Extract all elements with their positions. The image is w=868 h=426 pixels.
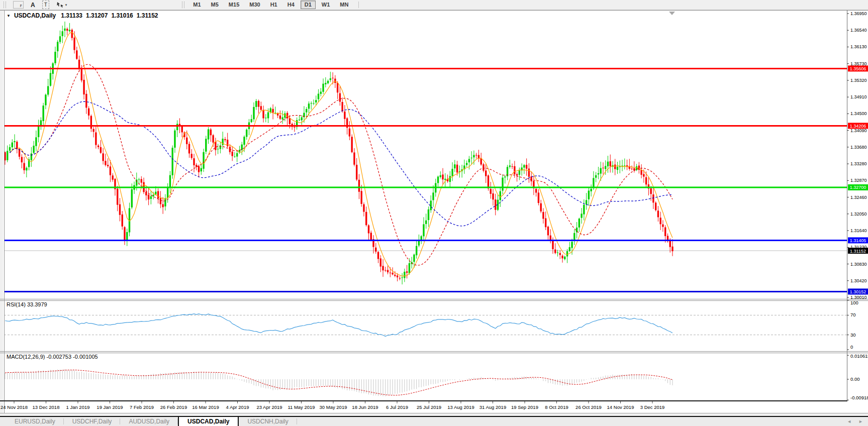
date-axis-label: 14 Nov 2019 — [607, 404, 634, 410]
timeframe-button-d1[interactable]: D1 — [301, 1, 316, 9]
date-axis-label: 19 Sep 2019 — [511, 404, 538, 410]
price-axis-tick: 1.35730 — [850, 61, 867, 66]
ohlc-high: 1.31207 — [86, 12, 108, 19]
date-axis-label: 24 Nov 2018 — [1, 404, 28, 410]
text-label-a-icon[interactable]: A — [31, 1, 35, 9]
cursor-arrows-icon — [56, 2, 64, 8]
timeframe-toolbar: M1M5M15M30H1H4D1W1MN — [188, 1, 353, 9]
timeframe-button-m15[interactable]: M15 — [225, 1, 243, 9]
arrow-objects-icon[interactable]: ▾ — [56, 1, 67, 9]
timeframe-button-mn[interactable]: MN — [336, 1, 352, 9]
price-axis-tick: 1.36950 — [850, 11, 867, 16]
tab-usdchf-daily[interactable]: USDCHF,Daily — [64, 417, 121, 426]
price-chart-canvas[interactable]: 1.369501.365401.361301.357301.353201.349… — [0, 0, 868, 426]
date-axis-label: 4 Apr 2019 — [226, 404, 249, 410]
date-axis-label: 30 May 2019 — [320, 404, 347, 410]
macd-axis-tick: 0.010615 — [850, 353, 868, 359]
price-axis-tick: 1.32460 — [850, 195, 867, 200]
date-axis-label: 13 Aug 2019 — [447, 404, 474, 410]
tab-scroll-right-icon[interactable]: ► — [858, 419, 863, 424]
price-axis-tick: 1.32050 — [850, 211, 867, 217]
date-axis-label: 7 Feb 2019 — [130, 404, 154, 410]
price-level-label: 1.31405 — [850, 238, 866, 243]
tab-usdcnh-daily[interactable]: USDCNH,Daily — [239, 417, 297, 426]
toolbar-separator — [358, 2, 359, 8]
toolbar-grip[interactable] — [4, 2, 6, 8]
date-axis-label: 11 May 2019 — [287, 404, 315, 410]
date-axis-label: 3 Dec 2019 — [640, 404, 665, 410]
price-level-label: 1.32700 — [850, 185, 866, 190]
ohlc-open: 1.31133 — [61, 12, 82, 19]
textbox-t-icon[interactable]: T — [42, 1, 49, 9]
tab-audusd-daily[interactable]: AUDUSD,Daily — [120, 417, 178, 426]
current-price-label: 1.31152 — [850, 249, 866, 254]
macd-label: MACD(12,26,9) -0.002753 -0.001005 — [7, 354, 98, 360]
date-axis-label: 31 Aug 2019 — [479, 404, 506, 410]
chart-title-bar: ▼ USDCAD,Daily 1.31133 1.31207 1.31016 1… — [7, 12, 162, 19]
price-axis-tick: 1.31640 — [850, 228, 867, 233]
rsi-axis-tick: 0 — [850, 344, 853, 350]
symbol-dropdown-icon[interactable]: ▼ — [7, 14, 11, 18]
date-axis-label: 25 Jul 2019 — [417, 404, 441, 410]
rsi-label: RSI(14) 33.3979 — [7, 301, 47, 307]
price-axis-tick: 1.30830 — [850, 262, 867, 267]
tab-usdcad-daily[interactable]: USDCAD,Daily — [178, 417, 239, 426]
timeframe-button-m1[interactable]: M1 — [189, 1, 205, 9]
price-axis-tick: 1.32870 — [850, 178, 867, 183]
date-axis-label: 26 Oct 2019 — [575, 404, 602, 410]
timeframe-button-m30[interactable]: M30 — [245, 1, 264, 9]
price-level-label: 1.35606 — [850, 66, 866, 71]
price-axis-tick: 1.34500 — [850, 111, 867, 116]
timeframe-button-m5[interactable]: M5 — [207, 1, 223, 9]
date-axis-label: 8 Oct 2019 — [545, 404, 568, 410]
chart-tabs: EURUSD,DailyUSDCHF,DailyAUDUSD,DailyUSDC… — [6, 417, 297, 426]
date-axis-label: 26 Feb 2019 — [160, 404, 187, 410]
ohlc-close: 1.31152 — [137, 12, 158, 19]
date-axis-label: 16 Mar 2019 — [192, 404, 219, 410]
date-axis-label: 6 Jul 2019 — [386, 404, 408, 410]
price-level-label: 1.30152 — [850, 289, 866, 294]
dotted-frame-f-icon[interactable]: F — [13, 1, 24, 9]
date-axis-label: 23 Apr 2019 — [256, 404, 282, 410]
rsi-axis-tick: 100 — [850, 300, 858, 305]
tab-eurusd-daily[interactable]: EURUSD,Daily — [6, 417, 64, 426]
timeframe-button-w1[interactable]: W1 — [318, 1, 334, 9]
symbol-title: USDCAD,Daily — [14, 12, 56, 19]
price-axis-tick: 1.30420 — [850, 278, 867, 283]
price-axis-tick: 1.30010 — [850, 295, 867, 300]
macd-axis-tick: -0.009181 — [850, 395, 868, 400]
price-level-label: 1.34206 — [850, 124, 866, 129]
tab-scroll-left-icon[interactable]: ◄ — [847, 419, 851, 424]
rsi-axis-tick: 70 — [850, 312, 856, 317]
chart-background — [3, 10, 868, 413]
date-axis-label: 19 Jan 2019 — [97, 404, 123, 410]
price-axis-tick: 1.36130 — [850, 44, 867, 49]
price-axis-tick: 1.34910 — [850, 94, 867, 99]
date-axis-label: 18 Jun 2019 — [352, 404, 378, 410]
price-axis-tick: 1.33280 — [850, 161, 867, 166]
date-axis-label: 13 Dec 2018 — [33, 404, 60, 410]
timeframe-button-h4[interactable]: H4 — [283, 1, 299, 9]
date-axis-label: 1 Jan 2019 — [66, 404, 89, 410]
ohlc-low: 1.31016 — [111, 12, 133, 19]
timeframe-button-h1[interactable]: H1 — [266, 1, 281, 9]
tab-scroll-controls: ◄ ► — [847, 417, 868, 426]
dropdown-caret-icon[interactable]: ▾ — [65, 3, 67, 7]
macd-axis-tick: 0.00 — [850, 376, 860, 382]
rsi-axis-tick: 30 — [850, 332, 856, 338]
chart-tab-bar: EURUSD,DailyUSDCHF,DailyAUDUSD,DailyUSDC… — [0, 416, 868, 426]
price-axis-tick: 1.33680 — [850, 145, 867, 150]
toolbar-grip-2[interactable] — [182, 2, 184, 8]
top-toolbar: F A T ▾ M1M5M15M30H1H4D1W1MN — [0, 0, 868, 10]
price-axis-tick: 1.35320 — [850, 78, 867, 83]
price-axis-tick: 1.36540 — [850, 28, 867, 33]
